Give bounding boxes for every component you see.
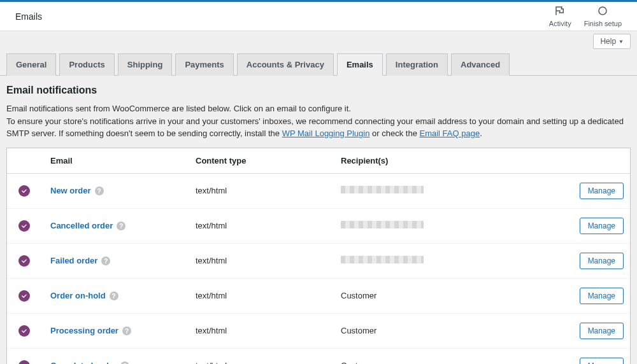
email-name-cell: Cancelled order?	[44, 208, 189, 243]
flag-icon	[554, 5, 566, 18]
activity-button[interactable]: Activity	[549, 5, 571, 27]
help-row: Help ▼	[0, 31, 637, 49]
tab-general[interactable]: General	[6, 53, 56, 76]
action-cell: Manage	[573, 278, 630, 313]
wp-mail-logging-link[interactable]: WP Mail Logging Plugin	[282, 129, 370, 138]
tab-shipping[interactable]: Shipping	[118, 53, 173, 76]
help-tooltip-icon[interactable]: ?	[95, 186, 104, 195]
recipients-cell	[334, 173, 573, 208]
page-header: Emails Activity Finish setup	[0, 2, 637, 31]
recipients-cell	[334, 243, 573, 278]
email-name-cell: Failed order?	[44, 243, 189, 278]
email-link[interactable]: Order on-hold	[50, 291, 106, 300]
desc-line2b: or check the	[369, 129, 419, 138]
status-enabled-icon	[18, 290, 30, 302]
email-name-cell: Processing order?	[44, 313, 189, 348]
action-cell: Manage	[573, 313, 630, 348]
email-name-cell: Completed order?	[44, 348, 189, 364]
email-faq-link[interactable]: Email FAQ page	[420, 129, 480, 138]
status-cell	[7, 348, 44, 364]
content-type-cell: text/html	[189, 278, 334, 313]
tab-products[interactable]: Products	[59, 53, 114, 76]
desc-line1: Email notifications sent from WooCommerc…	[6, 104, 351, 113]
email-name-cell: New order?	[44, 173, 189, 208]
col-email-header: Email	[44, 148, 189, 174]
status-cell	[7, 313, 44, 348]
tab-accounts-privacy[interactable]: Accounts & Privacy	[237, 53, 334, 76]
activity-label: Activity	[549, 20, 571, 27]
email-name-cell: Order on-hold?	[44, 278, 189, 313]
help-tooltip-icon[interactable]: ?	[122, 326, 131, 335]
email-link[interactable]: Completed order	[50, 361, 117, 364]
content-area: Email notifications Email notifications …	[0, 76, 637, 364]
circle-icon	[597, 5, 608, 18]
status-enabled-icon	[18, 185, 30, 197]
finish-setup-button[interactable]: Finish setup	[584, 5, 622, 27]
status-enabled-icon	[18, 325, 30, 337]
redacted-recipient	[341, 186, 424, 193]
section-title: Email notifications	[6, 85, 631, 96]
tab-payments[interactable]: Payments	[175, 53, 233, 76]
table-row: Cancelled order?text/htmlManage	[7, 208, 630, 243]
redacted-recipient	[341, 256, 424, 263]
tab-emails[interactable]: Emails	[337, 53, 383, 76]
table-row: Failed order?text/htmlManage	[7, 243, 630, 278]
col-content-type-header: Content type	[189, 148, 334, 174]
action-cell: Manage	[573, 348, 630, 364]
finish-setup-label: Finish setup	[584, 20, 622, 27]
content-type-cell: text/html	[189, 243, 334, 278]
tab-integration[interactable]: Integration	[386, 53, 448, 76]
help-tooltip-icon[interactable]: ?	[110, 291, 118, 300]
email-link[interactable]: Cancelled order	[50, 221, 113, 230]
content-type-cell: text/html	[189, 173, 334, 208]
recipients-cell: Customer	[334, 313, 573, 348]
status-enabled-icon	[18, 220, 30, 232]
manage-button[interactable]: Manage	[580, 358, 624, 365]
recipients-cell: Customer	[334, 348, 573, 364]
recipients-cell: Customer	[334, 278, 573, 313]
col-recipients-header: Recipient(s)	[334, 148, 573, 174]
help-tooltip-icon[interactable]: ?	[120, 361, 129, 364]
status-cell	[7, 208, 44, 243]
manage-button[interactable]: Manage	[580, 323, 624, 339]
header-actions: Activity Finish setup	[549, 5, 622, 27]
status-enabled-icon	[18, 255, 30, 267]
email-link[interactable]: New order	[50, 186, 91, 195]
email-link[interactable]: Processing order	[50, 326, 118, 335]
manage-button[interactable]: Manage	[580, 183, 624, 199]
help-button[interactable]: Help ▼	[593, 34, 631, 49]
table-row: Processing order?text/htmlCustomerManage	[7, 313, 630, 348]
status-enabled-icon	[18, 360, 30, 365]
content-type-cell: text/html	[189, 348, 334, 364]
status-cell	[7, 173, 44, 208]
help-button-label: Help	[600, 37, 616, 46]
desc-line2c: .	[480, 129, 482, 138]
manage-button[interactable]: Manage	[580, 218, 624, 234]
content-type-cell: text/html	[189, 208, 334, 243]
recipients-cell	[334, 208, 573, 243]
tab-advanced[interactable]: Advanced	[451, 53, 510, 76]
email-table: Email Content type Recipient(s) New orde…	[7, 148, 630, 365]
content-type-cell: text/html	[189, 313, 334, 348]
table-row: New order?text/htmlManage	[7, 173, 630, 208]
status-cell	[7, 278, 44, 313]
chevron-down-icon: ▼	[619, 39, 624, 45]
manage-button[interactable]: Manage	[580, 253, 624, 269]
col-status-header	[7, 148, 44, 174]
redacted-recipient	[341, 221, 424, 228]
svg-point-0	[599, 7, 606, 15]
page-title: Emails	[15, 11, 42, 22]
settings-tabs: GeneralProductsShippingPaymentsAccounts …	[0, 53, 637, 76]
manage-button[interactable]: Manage	[580, 288, 624, 304]
status-cell	[7, 243, 44, 278]
section-description: Email notifications sent from WooCommerc…	[6, 102, 631, 140]
action-cell: Manage	[573, 208, 630, 243]
table-row: Completed order?text/htmlCustomerManage	[7, 348, 630, 364]
col-action-header	[573, 148, 630, 174]
help-tooltip-icon[interactable]: ?	[117, 221, 125, 230]
action-cell: Manage	[573, 243, 630, 278]
email-table-wrap: Email Content type Recipient(s) New orde…	[6, 148, 631, 365]
action-cell: Manage	[573, 173, 630, 208]
email-link[interactable]: Failed order	[50, 256, 97, 265]
help-tooltip-icon[interactable]: ?	[101, 256, 110, 265]
